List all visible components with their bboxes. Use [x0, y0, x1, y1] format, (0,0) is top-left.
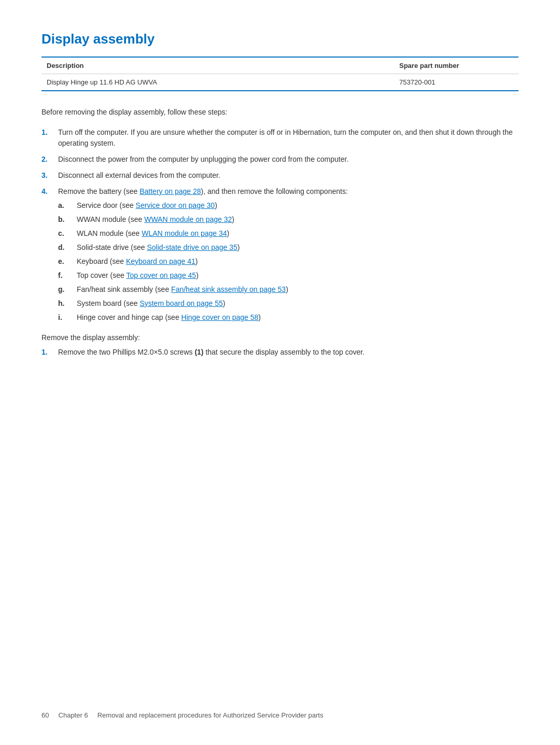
- footer-chapter: Chapter 6: [59, 711, 88, 719]
- sub-step-a-alpha: a.: [58, 200, 77, 211]
- battery-link[interactable]: Battery on page 28: [139, 187, 201, 195]
- sub-step-f: f. Top cover (see Top cover on page 45): [58, 270, 519, 281]
- table-cell-spare: 753720-001: [399, 78, 513, 86]
- step-3-num: 3.: [41, 170, 58, 181]
- step-1: 1. Turn off the computer. If you are uns…: [41, 127, 519, 149]
- step-3-text: Disconnect all external devices from the…: [58, 170, 519, 181]
- step-4-num: 4.: [41, 186, 58, 326]
- footer-page: 60: [41, 711, 49, 719]
- sub-step-e: e. Keyboard (see Keyboard on page 41): [58, 256, 519, 267]
- sub-step-b-alpha: b.: [58, 214, 77, 225]
- sub-step-a: a. Service door (see Service door on pag…: [58, 200, 519, 211]
- keyboard-link[interactable]: Keyboard on page 41: [126, 257, 195, 265]
- table-cell-description: Display Hinge up 11.6 HD AG UWVA: [47, 78, 399, 86]
- page-title: Display assembly: [41, 31, 519, 47]
- sub-step-d: d. Solid-state drive (see Solid-state dr…: [58, 242, 519, 253]
- system-board-link[interactable]: System board on page 55: [139, 299, 222, 307]
- remove-steps-list: 1. Remove the two Phillips M2.0×5.0 scre…: [41, 347, 519, 358]
- sub-steps-list: a. Service door (see Service door on pag…: [58, 200, 519, 323]
- sub-step-c-content: WLAN module (see WLAN module on page 34): [77, 228, 519, 239]
- step-1-text: Turn off the computer. If you are unsure…: [58, 127, 519, 149]
- sub-step-i: i. Hinge cover and hinge cap (see Hinge …: [58, 312, 519, 323]
- sub-step-a-content: Service door (see Service door on page 3…: [77, 200, 519, 211]
- sub-step-e-alpha: e.: [58, 256, 77, 267]
- sub-step-h-content: System board (see System board on page 5…: [77, 298, 519, 309]
- remove-step-1: 1. Remove the two Phillips M2.0×5.0 scre…: [41, 347, 519, 358]
- remove-step-1-suffix: that secure the display assembly to the …: [204, 348, 365, 356]
- top-cover-link[interactable]: Top cover on page 45: [126, 271, 196, 279]
- sub-step-g: g. Fan/heat sink assembly (see Fan/heat …: [58, 284, 519, 295]
- sub-step-h: h. System board (see System board on pag…: [58, 298, 519, 309]
- sub-step-f-content: Top cover (see Top cover on page 45): [77, 270, 519, 281]
- table-header: Description Spare part number: [41, 58, 519, 74]
- sub-step-i-content: Hinge cover and hinge cap (see Hinge cov…: [77, 312, 519, 323]
- wwan-link[interactable]: WWAN module on page 32: [144, 215, 232, 223]
- ssd-link[interactable]: Solid-state drive on page 35: [147, 243, 237, 251]
- sub-step-d-alpha: d.: [58, 242, 77, 253]
- sub-step-b-content: WWAN module (see WWAN module on page 32): [77, 214, 519, 225]
- remove-step-1-prefix: Remove the two Phillips M2.0×5.0 screws: [58, 348, 194, 356]
- sub-step-d-content: Solid-state drive (see Solid-state drive…: [77, 242, 519, 253]
- step-2: 2. Disconnect the power from the compute…: [41, 154, 519, 165]
- table-row: Display Hinge up 11.6 HD AG UWVA 753720-…: [41, 74, 519, 90]
- hinge-cover-link[interactable]: Hinge cover on page 58: [181, 313, 259, 321]
- step-3: 3. Disconnect all external devices from …: [41, 170, 519, 181]
- step-2-text: Disconnect the power from the computer b…: [58, 154, 519, 165]
- step-2-num: 2.: [41, 154, 58, 165]
- fan-heat-link[interactable]: Fan/heat sink assembly on page 53: [171, 285, 286, 293]
- table-col-spare: Spare part number: [399, 62, 513, 69]
- service-door-link[interactable]: Service door on page 30: [136, 201, 215, 209]
- remove-step-1-bold: (1): [194, 348, 203, 356]
- sub-step-b: b. WWAN module (see WWAN module on page …: [58, 214, 519, 225]
- footer-chapter-title: Removal and replacement procedures for A…: [97, 711, 324, 719]
- sub-step-g-content: Fan/heat sink assembly (see Fan/heat sin…: [77, 284, 519, 295]
- sub-step-i-alpha: i.: [58, 312, 77, 323]
- parts-table: Description Spare part number Display Hi…: [41, 57, 519, 91]
- step-4-content: Remove the battery (see Battery on page …: [58, 186, 519, 326]
- sub-step-h-alpha: h.: [58, 298, 77, 309]
- sub-step-c: c. WLAN module (see WLAN module on page …: [58, 228, 519, 239]
- intro-text: Before removing the display assembly, fo…: [41, 107, 519, 118]
- step-1-num: 1.: [41, 127, 58, 149]
- wlan-link[interactable]: WLAN module on page 34: [142, 229, 227, 237]
- remove-step-1-content: Remove the two Phillips M2.0×5.0 screws …: [58, 347, 519, 358]
- sub-step-e-content: Keyboard (see Keyboard on page 41): [77, 256, 519, 267]
- step-4: 4. Remove the battery (see Battery on pa…: [41, 186, 519, 326]
- sub-step-c-alpha: c.: [58, 228, 77, 239]
- table-col-description: Description: [47, 62, 399, 69]
- footer: 60 Chapter 6 Removal and replacement pro…: [41, 711, 519, 719]
- step-4-text-suffix: ), and then remove the following compone…: [201, 187, 348, 195]
- sub-step-f-alpha: f.: [58, 270, 77, 281]
- remove-step-1-num: 1.: [41, 347, 58, 358]
- steps-list: 1. Turn off the computer. If you are uns…: [41, 127, 519, 326]
- remove-label: Remove the display assembly:: [41, 333, 519, 342]
- step-4-text-prefix: Remove the battery (see: [58, 187, 139, 195]
- sub-step-g-alpha: g.: [58, 284, 77, 295]
